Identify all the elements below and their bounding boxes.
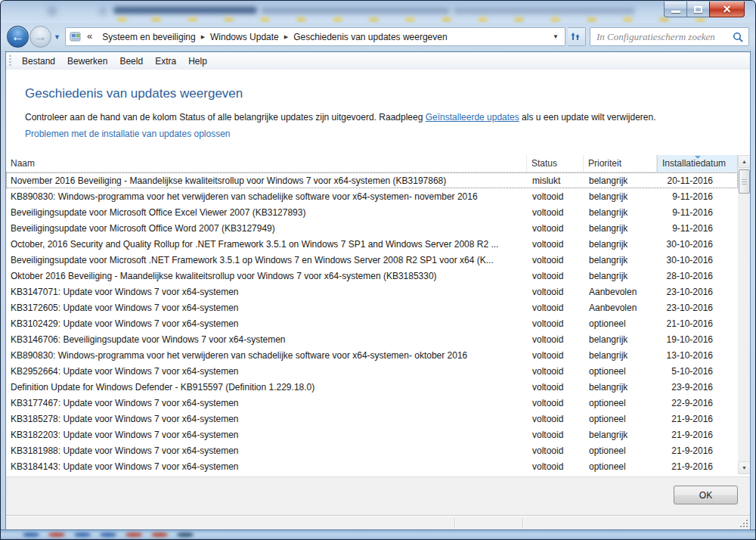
scroll-down-button[interactable]: ▼	[738, 461, 751, 474]
column-header-prioriteit[interactable]: Prioriteit	[584, 155, 657, 172]
status-bar	[6, 515, 750, 529]
table-row[interactable]: KB890830: Windows-programma voor het ver…	[6, 188, 738, 204]
column-header-naam[interactable]: Naam	[6, 155, 527, 172]
maximize-button[interactable]	[687, 2, 709, 17]
search-icon[interactable]	[733, 32, 743, 42]
control-panel-window: ✕ ← → ▼ «	[0, 0, 756, 540]
update-priority-cell: Aanbevolen	[584, 287, 657, 297]
update-name-cell: KB3177467: Update voor Windows 7 voor x6…	[6, 398, 527, 408]
update-status-cell: voltooid	[527, 414, 584, 424]
forward-icon: →	[34, 29, 47, 45]
close-icon: ✕	[723, 3, 732, 15]
menu-extra[interactable]: Extra	[149, 54, 182, 69]
scroll-up-button[interactable]: ▲	[738, 155, 751, 168]
update-name-cell: KB3172605: Update voor Windows 7 voor x6…	[6, 303, 527, 313]
column-header-status[interactable]: Status	[527, 155, 584, 172]
table-row[interactable]: KB3185278: Update voor Windows 7 voor x6…	[6, 411, 738, 427]
update-priority-cell: belangrijk	[584, 271, 657, 281]
update-status-cell: voltooid	[527, 461, 584, 472]
blurred-background	[98, 6, 107, 15]
table-row[interactable]: November 2016 Beveiliging - Maandelijkse…	[6, 172, 738, 188]
update-date-cell: 21-9-2016	[657, 430, 738, 440]
update-date-cell: 21-9-2016	[657, 461, 738, 472]
update-priority-cell: optioneel	[584, 398, 657, 408]
search-input[interactable]	[590, 29, 733, 45]
bottom-panel: OK	[6, 476, 750, 515]
table-row[interactable]: Definition Update for Windows Defender -…	[6, 379, 738, 395]
menubar-grip-icon	[9, 55, 11, 67]
vertical-scrollbar[interactable]: ▲ ▼	[738, 155, 751, 474]
recent-pages-dropdown[interactable]: ▼	[54, 33, 60, 41]
table-row[interactable]: Beveiligingsupdate voor Microsoft .NET F…	[6, 252, 738, 268]
navigation-bar: ← → ▼ « Systeem en beveiliging ▶ Windows…	[0, 23, 756, 51]
update-name-cell: KB3146706: Beveiligingsupdate voor Windo…	[6, 334, 527, 345]
table-row[interactable]: KB2952664: Update voor Windows 7 voor x6…	[6, 363, 738, 379]
update-priority-cell: belangrijk	[584, 334, 657, 345]
column-header-label: Installatiedatum	[662, 158, 726, 169]
resize-grip-icon[interactable]	[739, 518, 748, 527]
update-status-cell: voltooid	[527, 191, 584, 202]
update-status-cell: voltooid	[527, 271, 584, 281]
update-history-table: Naam Status Prioriteit Installatiedatum …	[6, 155, 751, 474]
scrollbar-thumb[interactable]	[739, 169, 750, 194]
back-button[interactable]: ←	[7, 26, 29, 48]
intro-after: als u een update wilt verwijderen.	[519, 112, 656, 123]
update-status-cell: voltooid	[527, 445, 584, 456]
breadcrumb-item-windows-update[interactable]: Windows Update	[205, 32, 284, 42]
blurred-background	[261, 8, 450, 14]
table-row[interactable]: KB3184143: Update voor Windows 7 voor x6…	[6, 458, 738, 474]
update-name-cell: KB3102429: Update voor Windows 7 voor x6…	[6, 318, 527, 329]
back-icon: ←	[11, 29, 24, 45]
update-date-cell: 28-10-2016	[657, 271, 738, 281]
main-content: Geschiedenis van updates weergeven Contr…	[6, 70, 750, 476]
update-date-cell: 19-10-2016	[657, 334, 738, 345]
table-row[interactable]: Beveiligingsupdate voor Microsoft Office…	[6, 220, 738, 236]
maximize-icon	[694, 6, 702, 13]
update-name-cell: KB890830: Windows-programma voor het ver…	[6, 350, 527, 361]
table-row[interactable]: KB3147071: Update voor Windows 7 voor x6…	[6, 284, 738, 299]
close-button[interactable]: ✕	[709, 2, 745, 17]
menu-bestand[interactable]: Bestand	[16, 54, 61, 69]
scroll-down-icon: ▼	[742, 465, 747, 470]
address-bar[interactable]: « Systeem en beveiliging ▶ Windows Updat…	[65, 27, 565, 46]
update-date-cell: 21-9-2016	[657, 414, 738, 424]
refresh-button[interactable]	[568, 27, 586, 46]
table-row[interactable]: Oktober 2016 Beveiliging - Maandelijkse …	[6, 268, 738, 284]
update-priority-cell: belangrijk	[584, 255, 657, 265]
chevron-down-icon: ▼	[54, 33, 60, 41]
menu-help[interactable]: Help	[182, 54, 213, 69]
table-row[interactable]: October, 2016 Security and Quality Rollu…	[6, 236, 738, 252]
table-row[interactable]: KB3182203: Update voor Windows 7 voor x6…	[6, 427, 738, 442]
update-priority-cell: belangrijk	[584, 430, 657, 440]
update-priority-cell: belangrijk	[584, 382, 657, 393]
breadcrumb-overflow-icon[interactable]: «	[85, 30, 97, 43]
update-status-cell: voltooid	[527, 398, 584, 408]
menu-bar: Bestand Bewerken Beeld Extra Help	[6, 51, 750, 70]
table-row[interactable]: KB3102429: Update voor Windows 7 voor x6…	[6, 315, 738, 331]
table-row[interactable]: KB3181988: Update voor Windows 7 voor x6…	[6, 442, 738, 458]
window-border	[5, 51, 6, 529]
installed-updates-link[interactable]: Geïnstalleerde updates	[426, 112, 519, 123]
table-row[interactable]: KB3177467: Update voor Windows 7 voor x6…	[6, 395, 738, 411]
table-row[interactable]: KB890830: Windows-programma voor het ver…	[6, 347, 738, 363]
forward-button[interactable]: →	[29, 26, 51, 48]
update-date-cell: 5-10-2016	[657, 366, 738, 377]
minimize-button[interactable]	[664, 2, 687, 17]
table-header: Naam Status Prioriteit Installatiedatum	[6, 155, 738, 172]
table-row[interactable]: KB3146706: Beveiligingsupdate voor Windo…	[6, 331, 738, 347]
breadcrumb-item-systeem-en-beveiliging[interactable]: Systeem en beveiliging	[97, 32, 200, 42]
troubleshoot-link[interactable]: Problemen met de installatie van updates…	[25, 129, 231, 139]
menu-bewerken[interactable]: Bewerken	[61, 54, 113, 69]
table-row[interactable]: Beveiligingsupdate voor Microsoft Office…	[6, 204, 738, 220]
update-date-cell: 23-10-2016	[657, 287, 738, 297]
update-date-cell: 9-11-2016	[657, 191, 738, 202]
menu-beeld[interactable]: Beeld	[113, 54, 149, 69]
table-row[interactable]: KB3172605: Update voor Windows 7 voor x6…	[6, 299, 738, 315]
ok-button[interactable]: OK	[674, 486, 738, 504]
breadcrumb-item-geschiedenis[interactable]: Geschiedenis van updates weergeven	[288, 32, 452, 42]
column-header-installatiedatum[interactable]: Installatiedatum	[657, 155, 738, 172]
address-dropdown-icon[interactable]: ▼	[547, 33, 565, 40]
update-priority-cell: belangrijk	[584, 175, 657, 186]
scroll-up-icon: ▲	[742, 159, 747, 164]
minimize-icon	[671, 11, 680, 13]
